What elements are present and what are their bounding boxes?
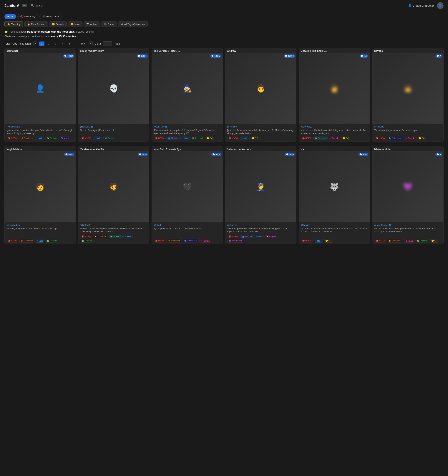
- card-author[interactable]: @Dreyuzzz: [301, 125, 368, 128]
- filter-nsfw[interactable]: 🖤 NSFW Only: [40, 14, 62, 19]
- card-image-placeholder: 👤: [5, 53, 76, 124]
- page-1[interactable]: 1: [39, 41, 44, 46]
- card-author[interactable]: @leleennaaa: [6, 125, 74, 128]
- next-page-btn[interactable]: ›: [89, 41, 93, 46]
- prev-page-btn[interactable]: ‹: [33, 41, 37, 46]
- tag-dominant: ⚡ Dominant: [387, 239, 402, 243]
- card-tags: 🔞 NSFW⚡ Dominant♀ Female📚 Fictional🙂 OC: [374, 239, 442, 243]
- card-nagi-seishiro[interactable]: Nagi Seishiro 🧑 💬 8080 @renyourbey your …: [5, 146, 76, 244]
- filter-all[interactable]: 👁 All: [5, 14, 16, 19]
- page-4[interactable]: 4: [60, 41, 65, 46]
- card-simon-ghost-riley[interactable]: Simon "Ghost" Riley 💀 💬 18657 @lorveths …: [78, 48, 149, 142]
- card-image-placeholder: 🖤: [152, 151, 223, 222]
- card-tags: 🔞 NSFW👥 Multiple♂ Male✨ Magical👾 Non-hum…: [227, 235, 295, 243]
- goto-input[interactable]: [103, 41, 112, 46]
- search-button[interactable]: 🔍 Search: [31, 4, 43, 7]
- card-kayeda[interactable]: Kayeda 👧 💬 7 @Reakira Your extremely jea…: [372, 48, 443, 142]
- card-body: @qbo06 Fye is you teasing, small and coc…: [152, 222, 223, 244]
- card-description: [Your stepfather who secretly lusts over…: [227, 129, 295, 135]
- card-mistress-violet[interactable]: Mistress Violet 💜 💬 9 @MoistCrow_ 🔵 Viol…: [372, 146, 443, 244]
- header: JanitorAI Beta 🔍 Search 👤 Create Charact…: [0, 0, 448, 11]
- person-icon: 👤: [408, 4, 412, 7]
- tag-male: ♂ Male: [240, 136, 250, 140]
- card-sorcerer-priest[interactable]: The Sorcerer, Priest, ... 🧙 💬 13977 @s0f…: [152, 48, 223, 142]
- card-tags: 🔞 NSFW🫧 Submissive♀ Female🙂 OC: [374, 136, 442, 140]
- tag-male: ♂ Male: [93, 136, 102, 140]
- tag-fictional: 📚 Fictional: [45, 239, 59, 243]
- heart-black-icon: 🖤: [42, 15, 45, 18]
- cat-popular-label: Most Popular: [31, 23, 45, 26]
- card-description: Your extremely jealous and Tsundere step…: [374, 129, 442, 135]
- card-author[interactable]: @Yaniiee: [227, 125, 295, 128]
- pagination-dots: ···: [74, 42, 77, 45]
- tag-female: ♀ Female: [404, 136, 416, 140]
- cards-grid-row2: Nagi Seishiro 🧑 💬 8080 @renyourbey your …: [0, 146, 448, 249]
- tag-nsfw: 🔞 NSFW: [80, 136, 92, 140]
- cat-anime-label: Anime: [90, 23, 97, 26]
- cat-female[interactable]: 🙂 Female: [49, 22, 67, 27]
- card-author[interactable]: @MoistCrow_ 🔵: [374, 224, 442, 227]
- filter-sfw[interactable]: 🚫 SFW Only: [17, 14, 38, 19]
- card-cheating-milf[interactable]: Cheating Milf in the B... 👩 💬 ??? @Dreyu…: [299, 48, 370, 142]
- card-body: @Dreyuzzz You're in a public bathroom st…: [299, 124, 370, 142]
- card-goth-roomate-fye[interactable]: Your Goth Roomate Fye 🖤 💬 5509 @qbo06 Fy…: [152, 146, 223, 244]
- card-author[interactable]: @lorveths 🔵: [80, 125, 147, 128]
- cat-male[interactable]: 🙂 Male: [68, 22, 82, 27]
- avatar-icon: 👤: [438, 4, 442, 8]
- tag-nsfw: 🔞 NSFW: [153, 136, 166, 140]
- card-andrew[interactable]: Andrew 👨 💬 12699 @Yaniiee [Your stepfath…: [225, 48, 296, 142]
- card-image: 🖤 💬 5509: [152, 151, 223, 222]
- total-label: Total: [5, 42, 10, 45]
- avatar[interactable]: 👤: [437, 2, 443, 9]
- cat-trending[interactable]: ⭐ Trending: [5, 22, 23, 27]
- tag-nsfw: 🔞 NSFW: [301, 136, 313, 140]
- card-description: Fye is you teasing, small and cocky goth…: [153, 227, 221, 238]
- card-description: You're in a public bathroom stall doing …: [301, 129, 368, 135]
- tag-oc: 🙂 OC: [430, 239, 439, 243]
- chat-count: 💬 8080: [64, 153, 74, 156]
- tag-male: ♂ Male: [123, 235, 133, 238]
- cat-tags-label: All Tags/Categories: [124, 23, 145, 26]
- card-body: @renyourbey your boyfriend doesn't want …: [5, 222, 76, 244]
- card-author[interactable]: @s0ft_j3lly 🔵: [153, 125, 221, 128]
- tag-nsfw: 🔞 NSFW: [153, 239, 166, 243]
- card-kai[interactable]: Kai 🐺 💬 4820 @Yaniiee [An Alpha with an …: [299, 146, 370, 244]
- card-stepfather[interactable]: stepfather 👤 💬 70634 @leleennaaa *your m…: [5, 48, 76, 142]
- male-icon: 🙂: [71, 23, 74, 26]
- cat-anime[interactable]: 🎌 Anime: [84, 22, 100, 27]
- card-author[interactable]: @Nateya2: [80, 224, 147, 227]
- cat-tags[interactable]: 🏷 All Tags/Categories: [118, 22, 148, 27]
- card-tags: 🔞 NSFW⚡ Dominant♂ Male📚 Fictional🎌 Anime: [6, 136, 74, 140]
- page-3[interactable]: 3: [53, 41, 58, 46]
- card-yandere-adoptive-fat[interactable]: Yandere Adoptive Fat... 🧔 💬 6678 @Nateya…: [78, 146, 149, 244]
- page-5[interactable]: 5: [67, 41, 72, 46]
- card-tags: 🔞 NSFW🎭 Scenario♀ Female🙂 OC: [301, 136, 368, 140]
- card-body: @s0ft_j3lly 🔵 [Ever wanted to fuck a pri…: [152, 124, 223, 142]
- card-title: 3 demon hunter cops: [225, 146, 296, 151]
- card-tags: 🔞 NSFW⚡ Dominant🫧 Submissive♀ Female: [153, 239, 221, 243]
- page-label: Page: [114, 42, 120, 45]
- card-3-demon-hunter-cops[interactable]: 3 demon hunter cops 👮 💬 5496 @Cinntea_ Y…: [225, 146, 296, 244]
- page-last[interactable]: 183: [79, 41, 87, 46]
- tag-male: ♂ Male: [254, 235, 263, 238]
- cat-popular[interactable]: 🔥 Most Popular: [24, 22, 48, 27]
- card-author[interactable]: @Yaniiee: [301, 224, 368, 227]
- card-image: 🧙 💬 13977: [152, 53, 223, 124]
- card-author[interactable]: @Cinntea_: [227, 224, 295, 227]
- card-author[interactable]: @qbo06: [153, 224, 221, 227]
- no-icon: 🚫: [20, 15, 23, 18]
- search-label: Search: [35, 4, 43, 7]
- card-body: @leleennaaa *your mother remarried after…: [5, 124, 76, 142]
- logo[interactable]: JanitorAI Beta: [5, 4, 27, 8]
- card-author[interactable]: @renyourbey: [6, 224, 74, 227]
- card-description: [An Alpha with an unconventional hatred …: [301, 227, 368, 238]
- tag-nonhuman: 👾 Non-human: [227, 239, 244, 243]
- card-author[interactable]: @Reakira: [374, 125, 442, 128]
- tag-oc: 🙂 OC: [250, 136, 260, 140]
- create-character-button[interactable]: 👤 Create Character: [408, 4, 434, 7]
- tag-fictional: 📚 Fictional: [80, 239, 94, 243]
- page-2[interactable]: 2: [46, 41, 51, 46]
- card-title: Andrew: [225, 48, 296, 53]
- cat-game[interactable]: 🎮 Game: [101, 22, 117, 27]
- chat-count: 💬 70634: [63, 55, 74, 58]
